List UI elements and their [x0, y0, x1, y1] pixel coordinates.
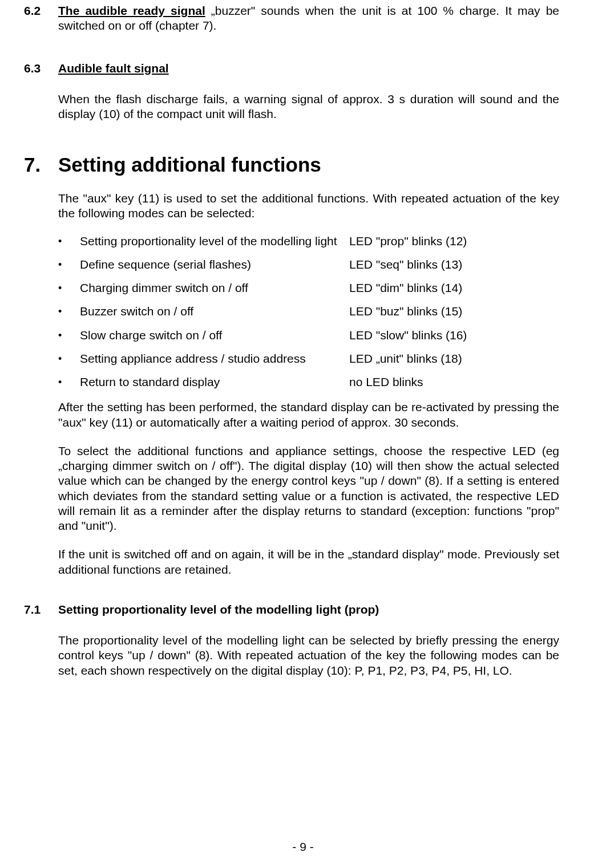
list-item: • Charging dimmer switch on / off LED "d… — [58, 281, 559, 295]
bullet-icon: • — [58, 375, 80, 389]
list-item: • Setting appliance address / studio add… — [58, 351, 559, 366]
bullet-value: LED "dim" blinks (14) — [349, 281, 559, 295]
bullet-icon: • — [58, 304, 80, 318]
list-item: • Slow charge switch on / off LED "slow"… — [58, 328, 559, 343]
section-6-2: 6.2 The audible ready signal „buzzer" so… — [24, 0, 559, 34]
list-item: • Setting proportionality level of the m… — [58, 234, 559, 249]
bullet-value: LED „unit" blinks (18) — [349, 351, 559, 366]
section-number: 6.3 — [24, 61, 58, 122]
bullet-label: Setting proportionality level of the mod… — [80, 234, 349, 249]
section-7-1-heading: 7.1 Setting proportionality level of the… — [24, 602, 559, 617]
section-title: Audible fault signal — [58, 61, 559, 76]
bullet-value: LED "seq" blinks (13) — [349, 257, 559, 272]
bullet-label: Return to standard display — [80, 375, 349, 390]
chapter-7-intro: The "aux" key (11) is used to set the ad… — [58, 191, 559, 221]
bullet-label: Buzzer switch on / off — [80, 304, 349, 319]
bullet-value: LED "prop" blinks (12) — [349, 234, 559, 249]
section-7-1-body: The proportionality level of the modelli… — [58, 633, 559, 678]
bullet-icon: • — [58, 281, 80, 295]
chapter-7-para-3: If the unit is switched off and on again… — [58, 547, 559, 577]
chapter-7-heading: 7. Setting additional functions — [24, 152, 559, 177]
page-number: - 9 - — [0, 839, 606, 854]
section-number: 6.2 — [24, 3, 58, 34]
list-item: • Define sequence (serial flashes) LED "… — [58, 257, 559, 272]
section-title: Setting proportionality level of the mod… — [58, 602, 379, 617]
section-title: The audible ready signal — [58, 4, 205, 17]
bullet-icon: • — [58, 351, 80, 366]
bullet-value: no LED blinks — [349, 375, 559, 390]
bullet-icon: • — [58, 257, 80, 271]
chapter-number: 7. — [24, 152, 58, 177]
chapter-7-para-2: To select the additional functions and a… — [58, 444, 559, 534]
section-number: 7.1 — [24, 602, 58, 617]
bullet-label: Define sequence (serial flashes) — [80, 257, 349, 272]
section-body: Audible fault signal When the flash disc… — [58, 61, 559, 122]
bullet-label: Charging dimmer switch on / off — [80, 281, 349, 295]
list-item: • Return to standard display no LED blin… — [58, 375, 559, 390]
section-body: The audible ready signal „buzzer" sounds… — [58, 3, 559, 34]
bullet-list: • Setting proportionality level of the m… — [58, 234, 559, 390]
list-item: • Buzzer switch on / off LED "buz" blink… — [58, 304, 559, 319]
section-text: When the flash discharge fails, a warnin… — [58, 92, 559, 122]
chapter-title: Setting additional functions — [58, 152, 559, 177]
bullet-icon: • — [58, 234, 80, 248]
bullet-label: Setting appliance address / studio addre… — [80, 351, 349, 366]
bullet-value: LED "slow" blinks (16) — [349, 328, 559, 343]
bullet-value: LED "buz" blinks (15) — [349, 304, 559, 319]
section-6-3: 6.3 Audible fault signal When the flash … — [24, 61, 559, 122]
chapter-7-para-1: After the setting has been performed, th… — [58, 400, 559, 430]
bullet-icon: • — [58, 328, 80, 342]
bullet-label: Slow charge switch on / off — [80, 328, 349, 343]
